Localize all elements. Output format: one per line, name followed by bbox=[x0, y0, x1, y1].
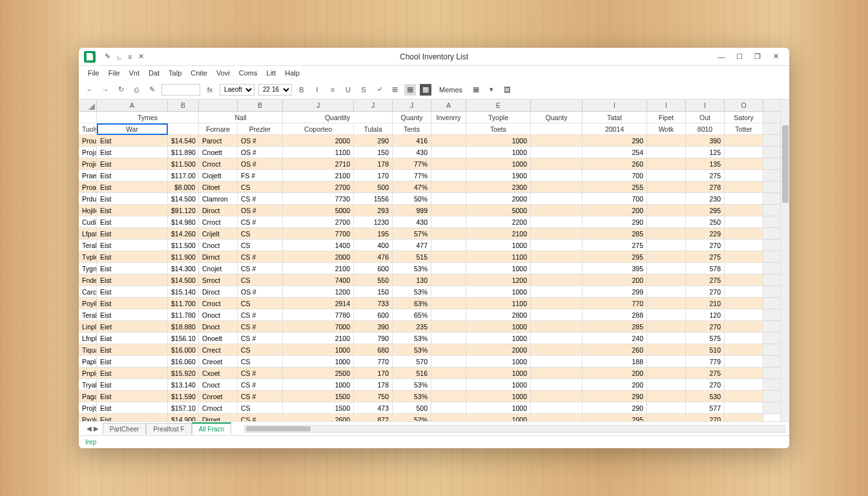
cell-tul[interactable]: 150 bbox=[354, 147, 393, 158]
cell-inv[interactable] bbox=[431, 158, 466, 170]
col-header-7[interactable]: A bbox=[431, 99, 466, 112]
cell-tot[interactable] bbox=[725, 309, 763, 321]
cell-forn[interactable]: Dnoct bbox=[199, 321, 238, 333]
cell-out[interactable]: 275 bbox=[686, 251, 725, 263]
cell-work[interactable] bbox=[647, 321, 686, 333]
cell-toets[interactable]: 2100 bbox=[466, 228, 531, 240]
cell-tat[interactable]: 285 bbox=[583, 228, 647, 240]
cell-inv[interactable] bbox=[431, 263, 466, 274]
cell-b[interactable]: Eist bbox=[97, 391, 168, 402]
cell-b[interactable]: Eist bbox=[97, 228, 168, 240]
cell-cop[interactable]: 7000 bbox=[283, 321, 354, 333]
cell-tot[interactable] bbox=[725, 298, 763, 309]
cell-cop[interactable]: 1000 bbox=[283, 356, 354, 367]
cell-price[interactable]: $14.500 bbox=[168, 274, 199, 286]
cell-tot[interactable] bbox=[725, 274, 763, 286]
cell-out[interactable]: 275 bbox=[686, 274, 725, 286]
cell-toets[interactable]: 1000 bbox=[466, 321, 531, 333]
cell-price[interactable]: $14.540 bbox=[168, 135, 199, 147]
cell-cop[interactable]: 2700 bbox=[283, 181, 354, 193]
col-header-8[interactable]: E bbox=[466, 99, 531, 112]
cell-qty[interactable] bbox=[531, 321, 583, 333]
cell-work[interactable] bbox=[647, 251, 686, 263]
cell-inv[interactable] bbox=[431, 274, 466, 286]
cell-toets[interactable]: 1000 bbox=[466, 379, 531, 391]
cell-prec[interactable]: OS # bbox=[238, 158, 283, 170]
cell-tat[interactable]: 254 bbox=[583, 147, 647, 158]
cell-work[interactable] bbox=[647, 240, 686, 251]
themes-button[interactable]: Memes bbox=[435, 85, 466, 95]
cell-tents[interactable]: 53% bbox=[393, 379, 431, 391]
cell-price[interactable]: $15.920 bbox=[168, 367, 199, 379]
cell-qty[interactable] bbox=[531, 147, 583, 158]
cell-work[interactable] bbox=[647, 402, 686, 414]
quick-edit-icon[interactable]: ✎ bbox=[105, 52, 110, 61]
cell-name[interactable]: Linply bbox=[79, 321, 97, 333]
tab-2[interactable]: Prealfost F bbox=[146, 423, 191, 435]
cell-work[interactable] bbox=[647, 414, 686, 421]
cell-forn[interactable]: Cnojet bbox=[199, 263, 238, 274]
cell-tul[interactable]: 790 bbox=[354, 333, 393, 344]
cell-out[interactable]: 270 bbox=[686, 321, 725, 333]
cell-tat[interactable]: 290 bbox=[583, 402, 647, 414]
col-header-2[interactable] bbox=[199, 99, 238, 112]
cell-tents[interactable]: 57% bbox=[393, 228, 431, 240]
cell-tat[interactable]: 290 bbox=[583, 216, 647, 228]
cell-tat[interactable]: 700 bbox=[583, 193, 647, 205]
subhdr-5[interactable]: Coporteo bbox=[283, 123, 354, 135]
cell-inv[interactable] bbox=[431, 193, 466, 205]
cell-price[interactable]: $11.900 bbox=[168, 251, 199, 263]
cell-forn[interactable]: Cnoct bbox=[199, 240, 238, 251]
cell-qty[interactable] bbox=[531, 193, 583, 205]
cell-tot[interactable] bbox=[725, 147, 763, 158]
cell-qty[interactable] bbox=[531, 240, 583, 251]
cell-tul[interactable]: 170 bbox=[354, 170, 393, 181]
cell-name[interactable]: Tiqual bbox=[79, 344, 97, 356]
cell-toets[interactable]: 1000 bbox=[466, 367, 531, 379]
cell-out[interactable]: 575 bbox=[686, 333, 725, 344]
cell-b[interactable]: Eist bbox=[97, 402, 168, 414]
cell-tul[interactable]: 770 bbox=[354, 356, 393, 367]
cell-price[interactable]: $15.140 bbox=[168, 286, 199, 298]
cell-toets[interactable]: 2200 bbox=[466, 216, 531, 228]
cell-tul[interactable]: 178 bbox=[354, 158, 393, 170]
paint-button[interactable]: ✎ bbox=[146, 84, 158, 96]
cell-out[interactable]: 270 bbox=[686, 240, 725, 251]
cell-toets[interactable]: 1100 bbox=[466, 298, 531, 309]
cell-tot[interactable] bbox=[725, 286, 763, 298]
subhdr-0[interactable]: Tuoly bbox=[79, 123, 97, 135]
cell-price[interactable]: $8.000 bbox=[168, 181, 199, 193]
cell-b[interactable]: Eist bbox=[97, 298, 168, 309]
cell-inv[interactable] bbox=[431, 205, 466, 216]
cell-b[interactable]: Eist bbox=[97, 263, 168, 274]
cell-qty[interactable] bbox=[531, 170, 583, 181]
cell-work[interactable] bbox=[647, 344, 686, 356]
dropdown-icon[interactable]: ▾ bbox=[486, 84, 497, 96]
cell-name[interactable]: Prdunes bbox=[79, 193, 97, 205]
cell-tot[interactable] bbox=[725, 344, 763, 356]
cell-qty[interactable] bbox=[531, 181, 583, 193]
menu-file[interactable]: File bbox=[84, 68, 103, 78]
cell-inv[interactable] bbox=[431, 251, 466, 263]
cell-tat[interactable]: 395 bbox=[583, 263, 647, 274]
cell-b[interactable]: Eist bbox=[97, 414, 168, 421]
cell-price[interactable]: $11.700 bbox=[168, 298, 199, 309]
subhdr-11[interactable]: 20014 bbox=[583, 123, 647, 135]
cell-tot[interactable] bbox=[725, 251, 763, 263]
cell-forn[interactable]: Dirnct bbox=[199, 251, 238, 263]
cell-work[interactable] bbox=[647, 274, 686, 286]
cell-b[interactable]: Eist bbox=[97, 158, 168, 170]
cell-cop[interactable]: 2710 bbox=[283, 158, 354, 170]
cell-tul[interactable]: 195 bbox=[354, 228, 393, 240]
cell-inv[interactable] bbox=[431, 391, 466, 402]
cell-tot[interactable] bbox=[725, 228, 763, 240]
cell-tul[interactable]: 733 bbox=[354, 298, 393, 309]
cell-b[interactable]: Eist bbox=[97, 240, 168, 251]
col-header-11[interactable]: I bbox=[647, 99, 686, 112]
cell-out[interactable]: 250 bbox=[686, 216, 725, 228]
cell-name[interactable]: Proates bbox=[79, 181, 97, 193]
cell-qty[interactable] bbox=[531, 356, 583, 367]
cell-cop[interactable]: 1500 bbox=[283, 402, 354, 414]
cell-prec[interactable]: CS # bbox=[238, 216, 283, 228]
cell-toets[interactable]: 2000 bbox=[466, 344, 531, 356]
